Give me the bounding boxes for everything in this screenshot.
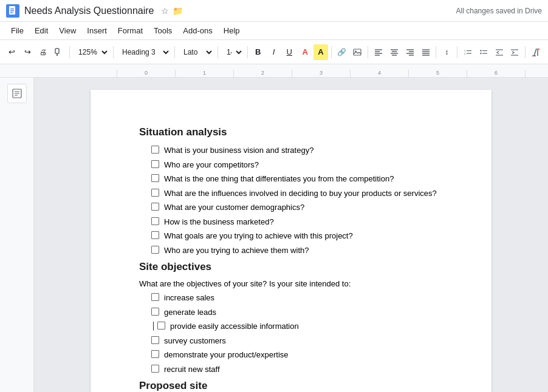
list-item: demonstrate your product/expertise bbox=[151, 349, 443, 361]
ruler-marks: 0 1 2 3 4 5 6 7 bbox=[117, 70, 548, 77]
bold-button[interactable]: B bbox=[251, 44, 265, 60]
numbered-list-button[interactable]: 1.2. bbox=[461, 44, 475, 60]
list-item: What goals are you trying to achieve wit… bbox=[151, 230, 443, 242]
align-right-button[interactable] bbox=[403, 44, 417, 60]
checkbox[interactable] bbox=[151, 293, 159, 301]
highlight-button[interactable]: A bbox=[313, 44, 328, 60]
ruler: 0 1 2 3 4 5 6 7 bbox=[0, 64, 548, 78]
svg-rect-1 bbox=[10, 8, 14, 10]
separator-7 bbox=[368, 46, 368, 58]
checkbox[interactable] bbox=[151, 308, 159, 316]
checkbox[interactable] bbox=[151, 350, 159, 358]
checkbox[interactable] bbox=[151, 174, 159, 182]
separator-1 bbox=[69, 46, 70, 58]
list-item: What is the one thing that differentiate… bbox=[151, 173, 443, 185]
zoom-select[interactable]: 125%100%75% bbox=[73, 44, 110, 60]
text-color-button[interactable]: A bbox=[298, 44, 312, 60]
checkbox[interactable] bbox=[151, 189, 159, 197]
section-proposed-site: Proposed site How do you envisage the we… bbox=[139, 380, 443, 392]
svg-rect-4 bbox=[55, 49, 59, 53]
paint-format-button[interactable] bbox=[52, 44, 66, 60]
separator-5 bbox=[247, 46, 248, 58]
menu-bar: File Edit View Insert Format Tools Add-o… bbox=[0, 22, 548, 40]
ruler-mark-5: 5 bbox=[408, 70, 467, 77]
ruler-mark-4: 4 bbox=[350, 70, 408, 77]
print-button[interactable]: 🖨 bbox=[36, 44, 51, 60]
link-button[interactable]: 🔗 bbox=[335, 44, 349, 60]
checkbox[interactable] bbox=[151, 160, 159, 168]
separator-4 bbox=[217, 46, 218, 58]
ruler-mark-1: 1 bbox=[175, 70, 233, 77]
menu-insert[interactable]: Insert bbox=[82, 24, 112, 38]
separator-9 bbox=[457, 46, 457, 58]
list-item: What is your business vision and strateg… bbox=[151, 144, 443, 157]
menu-edit[interactable]: Edit bbox=[30, 24, 53, 38]
svg-line-39 bbox=[538, 49, 539, 50]
menu-addons[interactable]: Add-ons bbox=[178, 24, 217, 38]
section-heading-situation: Situation analysis bbox=[139, 126, 443, 138]
style-select[interactable]: Heading 3Normal textHeading 1Heading 2 bbox=[117, 44, 171, 60]
separator-3 bbox=[174, 46, 175, 58]
checkbox[interactable] bbox=[151, 246, 159, 254]
checkbox[interactable] bbox=[151, 203, 159, 211]
folder-icon[interactable]: 📁 bbox=[173, 6, 183, 16]
list-item: survey customers bbox=[151, 335, 443, 347]
size-select[interactable]: 1411121618 bbox=[221, 44, 244, 60]
checkbox[interactable] bbox=[151, 146, 159, 154]
site-objectives-intro: What are the objectives of your site? Is… bbox=[139, 279, 443, 288]
svg-rect-6 bbox=[354, 49, 361, 55]
document-page[interactable]: Situation analysis What is your business… bbox=[91, 90, 491, 392]
menu-view[interactable]: View bbox=[54, 24, 81, 38]
increase-indent-button[interactable] bbox=[507, 44, 522, 60]
section-situation-analysis: Situation analysis What is your business… bbox=[139, 126, 443, 256]
doc-area: Situation analysis What is your business… bbox=[0, 78, 548, 392]
clear-format-button[interactable] bbox=[529, 44, 543, 60]
checkbox[interactable] bbox=[151, 231, 159, 239]
page-outline bbox=[0, 78, 34, 392]
list-item: │ provide easily accessible information bbox=[151, 320, 443, 333]
saved-status: All changes saved in Drive bbox=[456, 7, 542, 15]
bullet-list-button[interactable] bbox=[476, 44, 491, 60]
image-button[interactable] bbox=[351, 44, 365, 60]
menu-format[interactable]: Format bbox=[113, 24, 148, 38]
list-item: increase sales bbox=[151, 292, 443, 304]
section-site-objectives: Site objectives What are the objectives … bbox=[139, 261, 443, 375]
list-item: What are the influences involved in deci… bbox=[151, 188, 443, 200]
menu-tools[interactable]: Tools bbox=[149, 24, 177, 38]
underline-button[interactable]: U bbox=[282, 44, 296, 60]
line-spacing-button[interactable]: ↕ bbox=[439, 44, 454, 60]
outline-icon[interactable] bbox=[7, 84, 27, 103]
font-select[interactable]: LatoArialTimes New Roman bbox=[178, 44, 214, 60]
checkbox[interactable] bbox=[157, 322, 165, 329]
list-item: Who are you trying to achieve them with? bbox=[151, 245, 443, 257]
align-justify-button[interactable] bbox=[419, 44, 433, 60]
ruler-mark-6: 6 bbox=[467, 70, 525, 77]
menu-help[interactable]: Help bbox=[219, 24, 245, 38]
star-icon[interactable]: ☆ bbox=[161, 6, 169, 16]
decrease-indent-button[interactable] bbox=[492, 44, 507, 60]
situation-checklist: What is your business vision and strateg… bbox=[151, 144, 443, 256]
align-center-button[interactable] bbox=[387, 44, 402, 60]
menu-file[interactable]: File bbox=[6, 24, 29, 38]
svg-point-30 bbox=[480, 52, 481, 53]
checkbox[interactable] bbox=[151, 365, 159, 373]
page-container: Situation analysis What is your business… bbox=[34, 78, 548, 392]
svg-text:2.: 2. bbox=[464, 52, 466, 55]
align-left-button[interactable] bbox=[371, 44, 386, 60]
checkbox[interactable] bbox=[151, 336, 159, 344]
section-heading-proposed: Proposed site bbox=[139, 380, 443, 392]
separator-6 bbox=[331, 46, 332, 58]
objectives-checklist: increase sales generate leads │ provide … bbox=[151, 292, 443, 375]
title-bar: Needs Analysis Questionnaire ☆ 📁 All cha… bbox=[0, 0, 548, 22]
list-item: generate leads bbox=[151, 306, 443, 319]
italic-button[interactable]: I bbox=[267, 44, 281, 60]
ruler-mark-7: 7 bbox=[525, 70, 548, 77]
redo-button[interactable]: ↪ bbox=[21, 44, 35, 60]
app-icon bbox=[6, 4, 19, 18]
doc-title: Needs Analysis Questionnaire bbox=[24, 5, 154, 16]
title-icons: ☆ 📁 bbox=[161, 6, 183, 16]
undo-button[interactable]: ↩ bbox=[5, 44, 19, 60]
list-item: Who are your competitors? bbox=[151, 159, 443, 171]
checkbox[interactable] bbox=[151, 217, 159, 225]
separator-8 bbox=[436, 46, 436, 58]
